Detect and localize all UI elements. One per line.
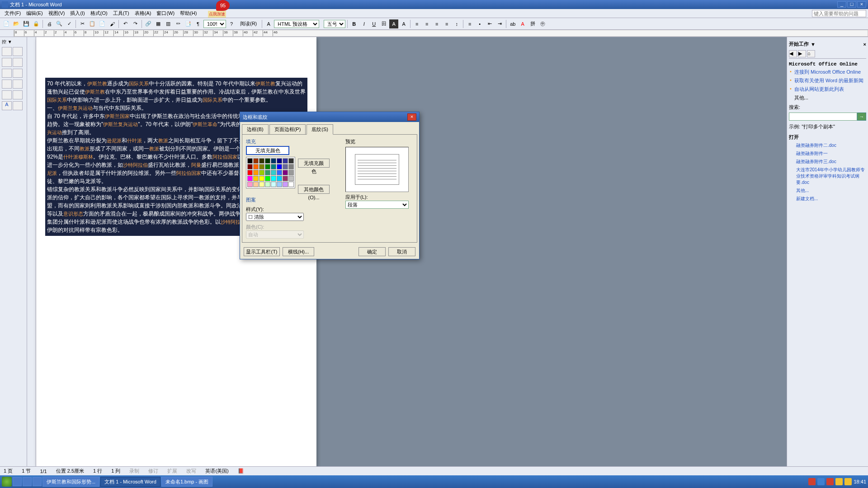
color-swatch[interactable] — [259, 158, 264, 164]
tray-icon-2[interactable] — [817, 478, 825, 485]
align-center-icon[interactable]: ≡ — [422, 19, 431, 28]
print-icon[interactable]: 🖨 — [45, 19, 54, 28]
redo-icon[interactable]: ↷ — [131, 19, 140, 28]
recent-doc-2[interactable]: 融资融券附件一 — [789, 150, 866, 158]
tp-link-connect[interactable]: 连接到 Microsoft Office Online — [789, 68, 866, 76]
linespace-icon[interactable]: ↕ — [452, 19, 461, 28]
bold-icon[interactable]: B — [349, 19, 359, 28]
taskbar-item-2[interactable]: 文档 1 - Microsoft Word — [100, 477, 160, 487]
taskpane-search-input[interactable] — [789, 113, 857, 121]
bullets-icon[interactable]: • — [475, 19, 484, 28]
ok-button[interactable]: 确定 — [359, 247, 386, 256]
open-icon[interactable]: 📂 — [12, 19, 21, 28]
color-swatch[interactable] — [253, 182, 259, 187]
vtb-btn-7[interactable] — [2, 80, 12, 89]
color-swatch[interactable] — [277, 170, 282, 175]
color-swatch[interactable] — [271, 164, 276, 169]
permission-icon[interactable]: 🔒 — [32, 19, 41, 28]
color-swatch[interactable] — [277, 164, 282, 169]
tp-link-more[interactable]: 其他... — [789, 94, 866, 102]
charborder-icon[interactable]: A — [399, 19, 408, 28]
maximize-button[interactable]: □ — [847, 1, 856, 8]
color-swatch[interactable] — [271, 170, 276, 175]
color-swatch[interactable] — [283, 164, 288, 169]
color-swatch[interactable] — [259, 164, 264, 169]
color-swatch[interactable] — [253, 176, 259, 181]
dialog-tab-shading[interactable]: 底纹(S) — [307, 124, 333, 135]
spellcheck-icon[interactable]: ✓ — [65, 19, 74, 28]
close-button[interactable]: × — [857, 1, 866, 8]
status-rev[interactable]: 修订 — [148, 468, 158, 474]
tray-icon-4[interactable] — [835, 478, 843, 485]
style-select[interactable]: HTML 预设格 — [274, 20, 319, 28]
undo-icon[interactable]: ↶ — [121, 19, 130, 28]
status-lang[interactable]: 英语(美国) — [205, 468, 228, 474]
zoom-select[interactable]: 100% — [203, 20, 226, 28]
fontcolor-icon[interactable]: A — [518, 19, 527, 28]
italic-icon[interactable]: I — [359, 19, 368, 28]
columns-icon[interactable]: ▥ — [164, 19, 173, 28]
horizontal-line-button[interactable]: 横线(H)... — [283, 247, 314, 256]
menu-insert[interactable]: 插入(I) — [67, 9, 87, 18]
status-rec[interactable]: 录制 — [129, 468, 139, 474]
underline-icon[interactable]: U — [369, 19, 378, 28]
help-icon[interactable]: ? — [227, 19, 236, 28]
color-swatch[interactable] — [265, 182, 270, 187]
ql-explorer-icon[interactable] — [33, 477, 42, 486]
ql-ie-icon[interactable] — [13, 477, 22, 486]
color-swatch[interactable] — [283, 176, 288, 181]
recent-doc-more[interactable]: 其他... — [789, 187, 866, 195]
minimize-button[interactable]: _ — [837, 1, 846, 8]
vtb-btn-5[interactable] — [2, 69, 12, 78]
tray-clock[interactable]: 18:41 — [854, 479, 866, 484]
vtb-btn-2[interactable] — [13, 47, 23, 56]
color-swatch[interactable] — [247, 170, 253, 175]
styles-icon[interactable]: A — [264, 19, 273, 28]
menu-file[interactable]: 文件(F) — [2, 9, 24, 18]
recent-doc-4[interactable]: 大连市2014年中小学幼儿园教师专业技术资格评审学科知识考试纲要.doc — [789, 166, 866, 187]
start-button[interactable] — [2, 477, 12, 487]
tray-icon-1[interactable] — [808, 478, 816, 485]
vtb-btn-10[interactable] — [13, 90, 23, 99]
color-swatch[interactable] — [283, 182, 288, 187]
menu-help[interactable]: 帮助(H) — [177, 9, 199, 18]
color-swatch[interactable] — [288, 158, 294, 164]
save-icon[interactable]: 💾 — [22, 19, 31, 28]
color-swatch[interactable] — [265, 164, 270, 169]
paste-icon[interactable]: 📄 — [98, 19, 107, 28]
color-swatch[interactable] — [247, 176, 253, 181]
no-fill-button[interactable]: 无填充颜色 — [246, 146, 289, 155]
no-fill-label-button[interactable]: 无填充颜色 — [298, 159, 330, 168]
color-swatch[interactable] — [247, 158, 253, 164]
color-swatch[interactable] — [259, 176, 264, 181]
enclose-icon[interactable]: ㊥ — [538, 19, 547, 28]
tp-link-news[interactable]: 获取有关使用 Word 的最新新闻 — [789, 76, 866, 85]
highlight-icon[interactable]: ab — [508, 19, 517, 28]
tray-icon-3[interactable] — [826, 478, 834, 485]
color-swatch[interactable] — [283, 170, 288, 175]
charshade-icon[interactable]: A — [389, 19, 398, 28]
dialog-close-button[interactable]: × — [407, 113, 416, 121]
help-search-input[interactable] — [812, 10, 866, 17]
copy-icon[interactable]: 📋 — [88, 19, 97, 28]
align-justify-icon[interactable]: ≡ — [442, 19, 451, 28]
color-swatch[interactable] — [271, 176, 276, 181]
recent-doc-1[interactable]: 融资融券附件二.doc — [789, 141, 866, 150]
showhide-icon[interactable]: ¶ — [193, 19, 203, 28]
vtb-btn-11[interactable]: A — [2, 101, 12, 110]
taskpane-home-icon[interactable]: ⌂ — [807, 50, 815, 57]
menu-view[interactable]: 视图(V) — [46, 9, 68, 18]
status-ext[interactable]: 扩展 — [167, 468, 177, 474]
border-icon[interactable]: 田 — [379, 19, 388, 28]
format-painter-icon[interactable]: 🖌 — [108, 19, 117, 28]
taskpane-close-icon[interactable]: × — [863, 42, 866, 47]
taskpane-dropdown-icon[interactable]: ▼ — [811, 42, 816, 47]
color-swatch[interactable] — [277, 182, 282, 187]
color-swatch[interactable] — [277, 176, 282, 181]
color-swatch[interactable] — [253, 158, 259, 164]
horizontal-ruler[interactable]: 8642246810121416182022242628303234363840… — [0, 30, 868, 37]
color-swatch[interactable] — [259, 182, 264, 187]
show-toolbar-button[interactable]: 显示工具栏(T) — [244, 247, 280, 256]
color-swatch[interactable] — [288, 164, 294, 169]
color-swatch[interactable] — [247, 164, 253, 169]
